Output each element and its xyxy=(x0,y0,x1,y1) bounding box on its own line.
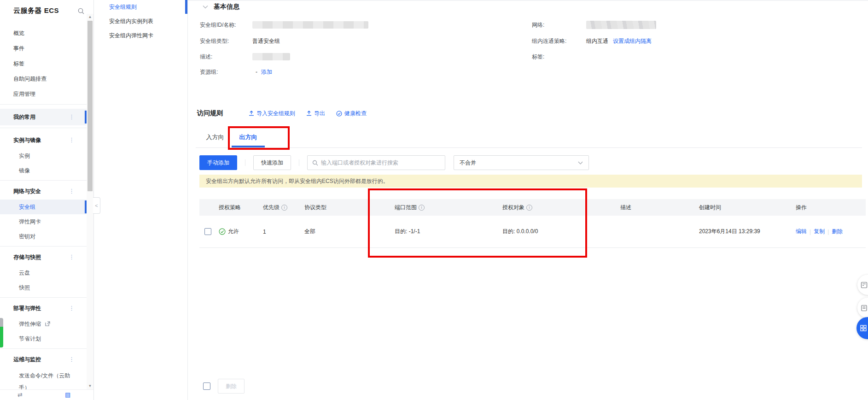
collapse-sidebar-icon[interactable]: ⇄ xyxy=(17,391,23,398)
sidebar-item-key-pairs[interactable]: 密钥对 xyxy=(0,229,87,244)
sidebar-item-disks[interactable]: 云盘 xyxy=(0,265,87,280)
divider xyxy=(299,159,299,166)
notice-text: 安全组出方向默认允许所有访问，即从安全组内ECS访问外部都是放行的。 xyxy=(206,177,389,185)
export-rules-link[interactable]: 导出 xyxy=(306,110,325,118)
tab-inbound[interactable]: 入方向 xyxy=(198,130,232,147)
divider xyxy=(0,128,87,128)
resource-group-label: 资源组: xyxy=(200,68,256,76)
sidebar-header: 云服务器 ECS xyxy=(0,0,93,21)
sidebar-scrollbar[interactable]: ▲ ▼ xyxy=(87,14,93,389)
sidebar-section-ops-monitoring[interactable]: 运维与监控 ⋮ xyxy=(0,351,87,368)
tag-label: 标签: xyxy=(532,53,586,61)
manual-add-button[interactable]: 手动添加 xyxy=(199,155,237,170)
active-subnav-indicator xyxy=(185,0,187,14)
sidebar-item-instances[interactable]: 实例 xyxy=(0,148,87,163)
rule-search-input[interactable] xyxy=(321,159,440,166)
main-content: 基本信息 安全组ID/名称: 安全组类型: 普通安全组 描述: 资源组: - 添… xyxy=(188,0,868,400)
more-dots-icon[interactable]: ⋮ xyxy=(69,351,75,368)
redacted-network-value xyxy=(586,21,656,29)
sidebar-item-enis[interactable]: 弹性网卡 xyxy=(0,214,87,229)
set-isolation-link[interactable]: 设置成组内隔离 xyxy=(613,37,652,45)
more-dots-icon[interactable]: ⋮ xyxy=(69,249,75,265)
sidebar-item-snapshots[interactable]: 快照 xyxy=(0,280,87,295)
subnav-item-sg-enis[interactable]: 安全组内弹性网卡 xyxy=(94,29,187,43)
sg-id-label: 安全组ID/名称: xyxy=(200,21,252,29)
delete-link[interactable]: 删除 xyxy=(832,228,843,235)
rule-search-box xyxy=(307,155,445,170)
scrollbar-thumb[interactable] xyxy=(87,21,93,191)
more-dots-icon[interactable]: ⋮ xyxy=(69,132,75,148)
sidebar-item-events[interactable]: 事件 xyxy=(0,41,87,56)
access-rules-title: 访问规则 xyxy=(197,109,223,118)
sidebar-item-security-groups[interactable]: 安全组 xyxy=(0,200,87,214)
row-checkbox[interactable] xyxy=(204,228,211,235)
sidebar-section-instances-images[interactable]: 实例与镜像 ⋮ xyxy=(0,132,87,148)
clone-link[interactable]: 复制 xyxy=(814,228,825,235)
info-icon[interactable]: i xyxy=(281,205,287,211)
outbound-notice-banner: 安全组出方向默认允许所有访问，即从安全组内ECS访问外部都是放行的。 xyxy=(199,175,862,188)
health-check-link[interactable]: 健康检查 xyxy=(336,110,367,118)
panel-collapse-handle[interactable]: < xyxy=(93,197,100,214)
col-actions: 操作 xyxy=(793,204,866,212)
sidebar-item-auto-scaling[interactable]: 弹性伸缩 xyxy=(0,317,87,331)
search-icon xyxy=(312,160,318,166)
rules-toolbar: 手动添加 快速添加 不合并 xyxy=(199,155,589,170)
sidebar-item-savings-plans[interactable]: 节省计划 xyxy=(0,331,87,346)
divider xyxy=(0,297,87,298)
subnav-item-sg-rules[interactable]: 安全组规则 xyxy=(94,0,187,14)
sidebar-item-self-troubleshoot[interactable]: 自助问题排查 xyxy=(0,71,87,87)
divider xyxy=(0,104,87,105)
redacted-sg-id-value xyxy=(252,21,368,29)
cell-created-at: 2023年6月14日 13:29:39 xyxy=(696,228,793,235)
resource-group-row: 资源组: - 添加 xyxy=(200,68,272,76)
divider: | xyxy=(810,229,811,235)
shortcut-panel-icon[interactable]: ▤ xyxy=(65,391,70,398)
col-description: 描述 xyxy=(618,204,696,212)
chevron-down-icon xyxy=(203,5,208,9)
basic-info-title: 基本信息 xyxy=(214,3,239,11)
sg-type-label: 安全组类型: xyxy=(200,37,252,45)
primary-sidebar: 云服务器 ECS 概览 事件 标签 自助问题排查 应用管理 我的常用 ⋮ 实例与… xyxy=(0,0,94,400)
merge-mode-select[interactable]: 不合并 xyxy=(454,155,589,170)
sidebar-item-tags[interactable]: 标签 xyxy=(0,56,87,71)
tag-row: 标签: xyxy=(532,53,586,61)
resource-group-value: - xyxy=(256,69,257,75)
quick-add-button[interactable]: 快速添加 xyxy=(253,155,291,170)
divider: | xyxy=(827,229,829,235)
scroll-up-arrow[interactable]: ▲ xyxy=(87,14,93,20)
sidebar-section-deploy-elasticity[interactable]: 部署与弹性 ⋮ xyxy=(0,300,87,317)
basic-info-header[interactable]: 基本信息 xyxy=(203,3,239,11)
sidebar-item-images[interactable]: 镜像 xyxy=(0,163,87,178)
import-rules-link[interactable]: 导入安全组规则 xyxy=(249,110,295,118)
cell-policy: 允许 xyxy=(216,228,260,235)
more-dots-icon[interactable]: ⋮ xyxy=(69,183,75,200)
more-dots-icon[interactable]: ⋮ xyxy=(69,109,75,125)
bulk-delete-button[interactable]: 删除 xyxy=(218,379,245,394)
edit-link[interactable]: 编辑 xyxy=(796,228,807,235)
bulk-action-bar: 删除 xyxy=(199,379,245,394)
sg-type-value: 普通安全组 xyxy=(252,37,280,45)
policy-label: 组内连通策略: xyxy=(532,37,586,45)
sidebar-item-overview[interactable]: 概览 xyxy=(0,26,87,41)
sidebar-section-favorites[interactable]: 我的常用 ⋮ xyxy=(0,109,87,125)
top-border xyxy=(188,0,868,1)
annotation-box-port-auth-columns xyxy=(368,188,587,258)
access-rules-header: 访问规则 导入安全组规则 导出 健康检查 xyxy=(197,109,378,118)
sidebar-item-send-command[interactable]: 发送命令/文件（云助手） xyxy=(0,368,87,389)
subnav-item-sg-instances[interactable]: 安全组内实例列表 xyxy=(94,14,187,29)
sidebar-item-app-management[interactable]: 应用管理 xyxy=(0,87,87,102)
annotation-box-outbound-tab xyxy=(228,126,290,150)
add-resource-group-link[interactable]: 添加 xyxy=(261,68,272,76)
more-dots-icon[interactable]: ⋮ xyxy=(69,300,75,317)
sg-desc-row: 描述: xyxy=(200,53,290,61)
ecs-console-page: 云服务器 ECS 概览 事件 标签 自助问题排查 应用管理 我的常用 ⋮ 实例与… xyxy=(0,0,868,400)
select-all-checkbox[interactable] xyxy=(203,382,210,390)
scroll-down-arrow[interactable]: ▼ xyxy=(87,383,93,389)
sidebar-section-storage-snapshots[interactable]: 存储与快照 ⋮ xyxy=(0,249,87,265)
network-row: 网络: xyxy=(532,21,656,29)
search-icon[interactable] xyxy=(77,7,85,15)
divider xyxy=(0,246,87,247)
merge-mode-value: 不合并 xyxy=(460,159,476,167)
policy-row: 组内连通策略: 组内互通 设置成组内隔离 xyxy=(532,37,652,45)
sidebar-section-network-security[interactable]: 网络与安全 ⋮ xyxy=(0,183,87,200)
